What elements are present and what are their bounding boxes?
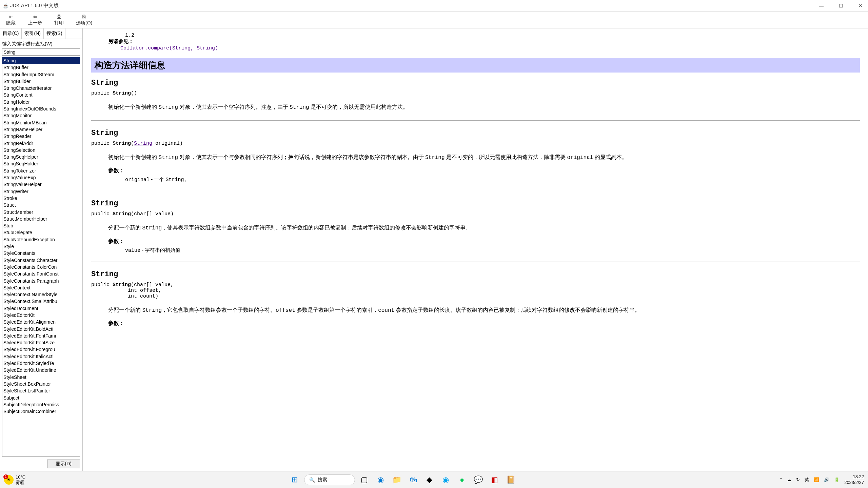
divider: [91, 120, 860, 121]
list-item[interactable]: StringBuilder: [2, 78, 80, 85]
list-item[interactable]: StyledEditorKit.ItalicActi: [2, 353, 80, 360]
list-item[interactable]: StringReader: [2, 133, 80, 140]
list-item[interactable]: StyledEditorKit.StyledTe: [2, 360, 80, 367]
list-item[interactable]: StyledDocument: [2, 305, 80, 312]
options-icon: ⎘: [82, 14, 86, 20]
list-item[interactable]: StyleSheet: [2, 374, 80, 381]
tab-search[interactable]: 搜索(S): [44, 28, 65, 39]
list-item[interactable]: StyleContext.NamedStyle: [2, 291, 80, 298]
list-item[interactable]: StructMemberHelper: [2, 216, 80, 222]
param-head-3: 参数：: [108, 238, 860, 245]
list-item[interactable]: StructMember: [2, 209, 80, 216]
options-label: 选项(O): [76, 20, 92, 26]
list-item[interactable]: StyledEditorKit.Alignmen: [2, 319, 80, 325]
close-button[interactable]: ✕: [856, 1, 865, 11]
print-button[interactable]: 🖶打印: [52, 13, 66, 27]
constructor-signature-3: public String(char[] value): [91, 211, 860, 217]
list-item[interactable]: StringBuffer: [2, 64, 80, 71]
list-item[interactable]: Style: [2, 243, 80, 250]
list-item[interactable]: StringRefAddr: [2, 140, 80, 147]
since-version: 1.2: [125, 33, 860, 38]
display-button[interactable]: 显示(D): [47, 460, 80, 468]
search-input[interactable]: [2, 48, 80, 56]
list-item[interactable]: StringSelection: [2, 147, 80, 154]
minimize-button[interactable]: —: [816, 1, 826, 11]
constructor-signature-1: public String(): [91, 90, 860, 96]
constructor-name-1: String: [91, 79, 860, 87]
list-item[interactable]: StyleConstants: [2, 250, 80, 257]
list-item[interactable]: Subject: [2, 394, 80, 401]
constructor-signature-2: public String(String original): [91, 141, 860, 146]
param-head-2: 参数：: [108, 167, 860, 174]
list-item[interactable]: StyledEditorKit.Underline: [2, 367, 80, 373]
see-also-label: 另请参见：: [108, 38, 134, 44]
constructor-desc-3: 分配一个新的 String，使其表示字符数组参数中当前包含的字符序列。该字符数组…: [108, 223, 860, 233]
list-item[interactable]: StringBufferInputStream: [2, 71, 80, 78]
hide-label: 隐藏: [6, 20, 16, 26]
list-item[interactable]: StringTokenizer: [2, 167, 80, 174]
constructor-desc-1: 初始化一个新创建的 String 对象，使其表示一个空字符序列。注意，由于 St…: [108, 102, 860, 112]
list-item[interactable]: StyleConstants.ColorCon: [2, 264, 80, 270]
list-item[interactable]: StyledEditorKit.Foregrou: [2, 346, 80, 353]
list-item[interactable]: StubDelegate: [2, 229, 80, 236]
window-controls: — ☐ ✕: [816, 1, 865, 11]
list-item[interactable]: StringMonitorMBean: [2, 119, 80, 126]
list-item[interactable]: Stub: [2, 222, 80, 229]
options-button[interactable]: ⎘选项(O): [73, 13, 95, 27]
list-item[interactable]: Stroke: [2, 195, 80, 202]
list-item[interactable]: SubjectDelegationPermiss: [2, 401, 80, 408]
list-item[interactable]: StyledEditorKit: [2, 312, 80, 319]
constructor-name-2: String: [91, 129, 860, 137]
divider: [91, 262, 860, 262]
see-also-link[interactable]: Collator.compare(String, String): [120, 45, 860, 51]
index-list[interactable]: StringStringBufferStringBufferInputStrea…: [2, 57, 80, 457]
print-icon: 🖶: [56, 14, 62, 20]
list-item[interactable]: StringContent: [2, 92, 80, 98]
back-icon: ⇦: [33, 14, 37, 20]
list-item[interactable]: StyleSheet.ListPainter: [2, 387, 80, 394]
list-item[interactable]: StubNotFoundException: [2, 236, 80, 243]
main-area: 目录(C) 索引(N) 搜索(S) 键入关键字进行查找(W): StringSt…: [0, 28, 868, 471]
tab-contents[interactable]: 目录(C): [0, 28, 22, 39]
list-item[interactable]: StyledEditorKit.BoldActi: [2, 326, 80, 332]
list-item[interactable]: StyledEditorKit.FontSize: [2, 339, 80, 346]
param-head-4: 参数：: [108, 320, 860, 327]
list-item[interactable]: StyleConstants.Paragraph: [2, 278, 80, 284]
type-link-string[interactable]: String: [134, 141, 152, 146]
content-pane[interactable]: 1.2 另请参见： Collator.compare(String, Strin…: [83, 28, 868, 471]
list-item[interactable]: StyleContext.SmallAttribu: [2, 298, 80, 305]
list-item[interactable]: StringHolder: [2, 99, 80, 105]
list-item[interactable]: StyleContext: [2, 284, 80, 291]
list-item[interactable]: StyleSheet.BoxPainter: [2, 381, 80, 387]
list-item[interactable]: StringNameHelper: [2, 126, 80, 133]
list-item[interactable]: StringMonitor: [2, 112, 80, 119]
constructor-name-3: String: [91, 199, 860, 208]
back-button[interactable]: ⇦上一步: [25, 13, 45, 27]
list-item[interactable]: SubjectDomainCombiner: [2, 408, 80, 415]
hide-icon: ⇤: [9, 14, 13, 20]
list-item[interactable]: String: [2, 57, 80, 64]
constructor-signature-4: public String(char[] value, int offset, …: [91, 282, 860, 299]
list-item[interactable]: StringSeqHolder: [2, 160, 80, 167]
list-item[interactable]: StringValueExp: [2, 174, 80, 181]
param-line-2: original - 一个 String。: [125, 176, 860, 183]
list-item[interactable]: StyledEditorKit.FontFami: [2, 332, 80, 339]
display-button-row: 显示(D): [0, 457, 82, 471]
maximize-button[interactable]: ☐: [836, 1, 846, 11]
window-title: JDK API 1.6.0 中文版: [10, 2, 816, 9]
list-item[interactable]: StringSeqHelper: [2, 154, 80, 160]
app-icon: ☕: [3, 3, 8, 8]
tab-index[interactable]: 索引(N): [22, 28, 43, 39]
list-item[interactable]: StringWriter: [2, 188, 80, 195]
list-item[interactable]: StringIndexOutOfBounds: [2, 105, 80, 112]
list-item[interactable]: StringCharacterIterator: [2, 85, 80, 92]
list-item[interactable]: StyleConstants.Character: [2, 257, 80, 264]
list-item[interactable]: StyleConstants.FontConst: [2, 270, 80, 277]
list-item[interactable]: Struct: [2, 202, 80, 208]
param-line-3: value - 字符串的初始值: [125, 247, 860, 253]
hide-button[interactable]: ⇤隐藏: [3, 13, 18, 27]
toolbar: ⇤隐藏 ⇦上一步 🖶打印 ⎘选项(O): [0, 12, 868, 28]
print-label: 打印: [54, 20, 64, 26]
list-item[interactable]: StringValueHelper: [2, 181, 80, 188]
constructor-desc-4: 分配一个新的 String，它包含取自字符数组参数一个子数组的字符。offset…: [108, 305, 860, 315]
